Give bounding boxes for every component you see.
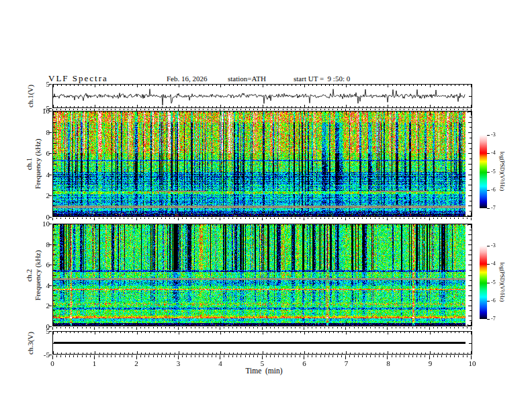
ch1-freq-axis-unit: Frequency (kHz) xyxy=(34,139,42,189)
ch2-freq-axis-unit: Frequency (kHz) xyxy=(34,250,42,301)
time-tick-mark xyxy=(437,218,438,219)
time-tick-mark xyxy=(404,355,404,357)
colorbar-2 xyxy=(480,246,487,319)
time-tick-label-1: 1 xyxy=(87,360,102,367)
time-tick-mark xyxy=(191,218,191,219)
time-tick-mark xyxy=(157,355,158,357)
time-tick-mark xyxy=(370,327,371,328)
time-tick-mark xyxy=(304,327,304,330)
time-tick-mark xyxy=(437,109,438,110)
vlf-spectra-figure: VLF Spectra Feb. 16, 2026 station=ATH st… xyxy=(0,0,532,411)
time-tick-mark xyxy=(203,218,204,219)
spec2-freq-tick-mark xyxy=(49,285,52,286)
time-tick-mark xyxy=(107,327,107,328)
time-tick-mark xyxy=(249,327,250,328)
time-tick-mark xyxy=(124,109,124,110)
time-tick-mark xyxy=(90,109,91,110)
time-tick-mark xyxy=(191,355,191,357)
time-tick-mark xyxy=(132,355,132,357)
time-tick-mark xyxy=(429,218,430,220)
time-tick-mark xyxy=(212,109,212,110)
time-tick-mark xyxy=(433,109,434,110)
spec1-freq-tick-mark xyxy=(49,153,52,154)
time-tick-mark xyxy=(392,355,392,357)
time-tick-mark xyxy=(236,327,237,328)
time-tick-mark xyxy=(169,327,170,328)
time-tick-mark xyxy=(140,109,141,110)
time-tick-mark xyxy=(425,218,425,219)
time-tick-mark xyxy=(90,355,91,357)
time-tick-mark xyxy=(287,109,287,110)
time-tick-mark xyxy=(240,327,241,328)
time-tick-mark xyxy=(433,327,434,328)
time-tick-mark xyxy=(262,218,263,220)
time-tick-mark xyxy=(345,218,346,220)
time-tick-mark xyxy=(165,218,166,219)
time-tick-mark xyxy=(69,355,70,357)
time-tick-mark xyxy=(107,355,107,357)
time-tick-mark xyxy=(69,327,70,328)
time-tick-mark xyxy=(328,327,329,328)
time-tick-mark xyxy=(408,327,409,328)
time-tick-mark xyxy=(420,327,421,328)
time-tick-mark xyxy=(144,355,145,357)
colorbar-1-tick-mark xyxy=(487,135,490,136)
time-tick-mark xyxy=(332,109,333,110)
time-tick-mark xyxy=(425,355,425,357)
time-tick-mark xyxy=(446,327,447,328)
time-tick-mark xyxy=(366,327,367,328)
time-tick-mark xyxy=(99,327,99,328)
colorbar-1-tick-label--7: -7 xyxy=(491,205,496,211)
time-tick-mark xyxy=(408,109,409,110)
time-tick-mark xyxy=(77,355,78,357)
time-tick-mark xyxy=(425,109,425,110)
spec2-freq-tick-label-2: 2 xyxy=(36,302,50,310)
time-tick-mark xyxy=(186,218,187,219)
time-tick-mark xyxy=(240,355,241,357)
time-tick-mark xyxy=(463,327,463,328)
time-tick-mark xyxy=(341,109,342,110)
time-tick-mark xyxy=(458,355,459,357)
time-tick-mark xyxy=(429,327,430,330)
time-tick-mark xyxy=(283,109,283,110)
spec1-freq-tick-mark xyxy=(49,217,52,218)
time-tick-mark xyxy=(467,109,468,110)
spec2-freq-tick-label-8: 8 xyxy=(36,241,50,248)
time-tick-mark xyxy=(354,355,355,357)
time-tick-mark xyxy=(362,355,363,357)
time-tick-mark xyxy=(441,327,442,328)
spec1-freq-tick-label-8: 8 xyxy=(36,129,50,136)
colorbar-2-tick-mark xyxy=(487,246,490,246)
time-tick-mark xyxy=(412,109,413,110)
time-tick-mark xyxy=(148,355,149,357)
time-tick-mark xyxy=(174,327,175,328)
time-tick-mark xyxy=(144,109,145,110)
time-tick-mark xyxy=(174,109,175,110)
colorbar-1-tick-label--5: -5 xyxy=(491,169,496,175)
time-tick-mark xyxy=(441,355,442,357)
time-tick-mark xyxy=(107,218,107,219)
time-tick-mark xyxy=(308,109,308,110)
date-label: Feb. 16, 2026 xyxy=(167,75,208,83)
time-tick-mark xyxy=(249,109,250,110)
time-tick-mark xyxy=(316,355,316,357)
time-tick-mark xyxy=(454,327,455,328)
time-tick-mark xyxy=(73,355,74,357)
time-tick-mark xyxy=(412,327,413,328)
time-tick-mark xyxy=(416,327,417,328)
time-tick-mark xyxy=(60,327,61,328)
figure-title: VLF Spectra xyxy=(48,74,108,83)
wave1-volt-tick-mark xyxy=(49,84,52,85)
colorbar-2-tick-label--5: -5 xyxy=(491,280,496,285)
time-tick-mark xyxy=(324,327,325,328)
time-tick-mark xyxy=(433,355,434,357)
time-tick-mark xyxy=(270,355,271,357)
time-tick-mark xyxy=(396,355,396,357)
time-tick-mark xyxy=(86,355,87,357)
time-tick-mark xyxy=(240,109,241,110)
time-tick-mark xyxy=(103,109,103,110)
spec1-freq-tick-label-2: 2 xyxy=(36,192,50,199)
time-tick-mark xyxy=(387,327,388,330)
spec1-freq-tick-mark xyxy=(49,175,52,175)
time-tick-mark xyxy=(295,355,296,357)
